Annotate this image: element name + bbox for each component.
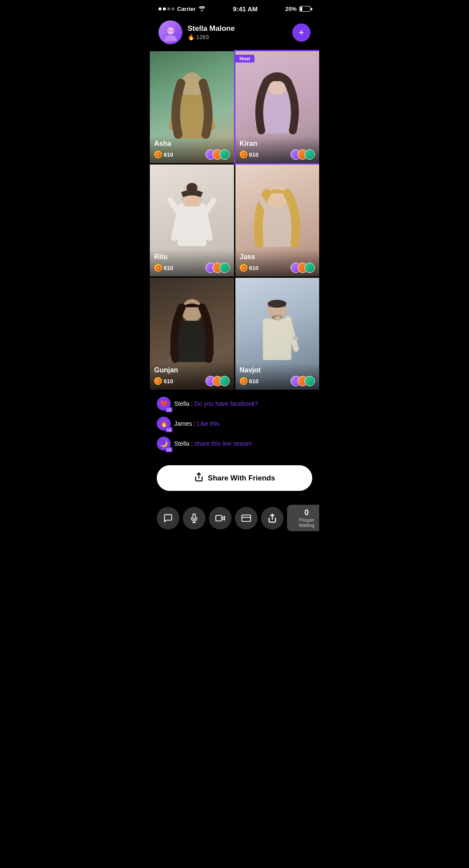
chat-message-3: 🌙 12 Stella : share this live stream: [157, 437, 312, 450]
chat-section: ❤️ 12 Stella : Do you have facebook? 🔥 1…: [150, 390, 319, 462]
viewer-avatar: [304, 376, 315, 386]
cell-bottom-gunjan: Gunjan ⭕ 610: [150, 363, 234, 390]
cell-meta-jass: ⭕ 610: [240, 263, 315, 273]
svg-rect-42: [216, 515, 222, 521]
time-display: 9:41 AM: [233, 5, 258, 13]
coin-icon: ⭕: [240, 151, 248, 158]
svg-line-20: [170, 201, 178, 212]
svg-point-1: [165, 35, 177, 41]
stream-cell-kiran[interactable]: Host Kiran ⭕ 610: [235, 51, 320, 163]
cell-coins-asha: ⭕ 610: [154, 151, 173, 158]
cell-bottom-kiran: Kiran ⭕ 610: [235, 136, 320, 163]
svg-point-18: [181, 198, 183, 201]
host-badge: Host: [235, 55, 254, 62]
cell-coins-kiran: ⭕ 610: [240, 151, 259, 158]
svg-point-22: [267, 185, 288, 209]
chat-separator-1: :: [191, 400, 195, 407]
viewer-avatars-asha: [205, 149, 230, 160]
chat-badge-3: 🌙 12: [157, 437, 171, 450]
viewer-avatar: [219, 263, 230, 273]
coin-icon: ⭕: [240, 264, 248, 272]
status-right: 20%: [285, 6, 310, 12]
signal-dot-4: [172, 7, 175, 10]
host-card: Stella Malone 🔥 1263 +: [159, 20, 310, 44]
status-left: Carrier: [159, 6, 205, 13]
wallet-button[interactable]: [235, 507, 258, 529]
cell-meta-kiran: ⭕ 610: [240, 149, 315, 160]
cell-coins-navjot: ⭕ 610: [240, 377, 259, 385]
chat-text-3: Stella : share this live stream: [174, 440, 252, 447]
people-waiting-panel: 0 People Waiting: [287, 505, 319, 531]
chat-username-3: Stella: [174, 440, 189, 447]
signal-dots: [159, 7, 175, 10]
cell-bottom-asha: Asha ⭕ 610: [150, 136, 234, 163]
carrier-label: Carrier: [177, 6, 196, 12]
chat-username-2: James: [174, 420, 192, 427]
chat-content-3: share this live stream: [195, 440, 252, 447]
badge-level-1: 12: [165, 407, 172, 412]
stream-cell-ritu[interactable]: Ritu ⭕ 610: [150, 164, 234, 276]
bottom-bar: 0 People Waiting: [150, 500, 319, 540]
cell-coins-jass: ⭕ 610: [240, 264, 259, 272]
signal-dot-2: [163, 7, 166, 10]
cell-meta-gunjan: ⭕ 610: [154, 376, 230, 386]
chat-separator-3: :: [191, 440, 195, 447]
chat-separator-2: :: [194, 420, 197, 427]
svg-rect-43: [242, 515, 251, 521]
viewer-avatar: [304, 149, 315, 160]
share-with-friends-button[interactable]: Share With Friends: [157, 465, 312, 491]
cell-name-ritu: Ritu: [154, 253, 230, 261]
viewer-avatar: [304, 263, 315, 273]
svg-point-19: [201, 198, 203, 201]
chat-content-1: Do you have facebook?: [195, 400, 258, 407]
cell-name-navjot: Navjot: [240, 366, 315, 374]
people-waiting-label: People Waiting: [293, 517, 319, 528]
coin-icon: ⭕: [240, 377, 248, 385]
battery-fill: [300, 7, 302, 11]
share-button[interactable]: [261, 507, 284, 529]
chat-text-2: James : Like this: [174, 420, 219, 427]
battery-icon: [299, 6, 310, 12]
stream-grid: Asha ⭕ 610: [150, 51, 319, 390]
svg-point-27: [182, 299, 202, 322]
coin-icon: ⭕: [154, 264, 162, 272]
chat-message-2: 🔥 12 James : Like this: [157, 417, 312, 431]
wifi-icon: [198, 6, 205, 13]
svg-rect-2: [167, 30, 170, 32]
host-score-value: 1263: [196, 34, 209, 40]
host-info: Stella Malone 🔥 1263: [188, 24, 287, 40]
video-button[interactable]: [209, 507, 231, 529]
viewer-avatars-jass: [291, 263, 315, 273]
viewer-avatars-gunjan: [205, 376, 230, 386]
stream-cell-asha[interactable]: Asha ⭕ 610: [150, 51, 234, 163]
flame-icon: 🔥: [188, 34, 195, 40]
battery-percent: 20%: [285, 6, 297, 12]
chat-button[interactable]: [157, 507, 179, 529]
cell-coins-gunjan: ⭕ 610: [154, 377, 173, 385]
follow-button[interactable]: +: [292, 23, 310, 42]
host-avatar: [159, 20, 182, 44]
mic-button[interactable]: [183, 507, 205, 529]
host-avatar-image: [159, 20, 182, 44]
cell-name-gunjan: Gunjan: [154, 366, 230, 374]
cell-bottom-jass: Jass ⭕ 610: [235, 250, 320, 276]
cell-meta-asha: ⭕ 610: [154, 149, 230, 160]
stream-cell-gunjan[interactable]: Gunjan ⭕ 610: [150, 278, 234, 390]
chat-text-1: Stella : Do you have facebook?: [174, 400, 258, 407]
chat-username-1: Stella: [174, 400, 189, 407]
stream-cell-navjot[interactable]: Navjot ⭕ 610: [235, 278, 320, 390]
cell-name-jass: Jass: [240, 253, 315, 261]
cell-bottom-navjot: Navjot ⭕ 610: [235, 363, 320, 390]
host-score: 🔥 1263: [188, 34, 287, 40]
badge-level-2: 12: [165, 427, 172, 432]
svg-point-33: [268, 300, 287, 308]
svg-marker-41: [222, 516, 225, 520]
cell-name-kiran: Kiran: [240, 140, 315, 148]
status-bar: Carrier 9:41 AM 20%: [150, 0, 319, 16]
cell-meta-ritu: ⭕ 610: [154, 263, 230, 273]
viewer-avatars-ritu: [205, 263, 230, 273]
svg-line-21: [206, 201, 214, 212]
host-name: Stella Malone: [188, 24, 287, 33]
viewer-avatars-navjot: [291, 376, 315, 386]
stream-cell-jass[interactable]: Jass ⭕ 610: [235, 164, 320, 276]
